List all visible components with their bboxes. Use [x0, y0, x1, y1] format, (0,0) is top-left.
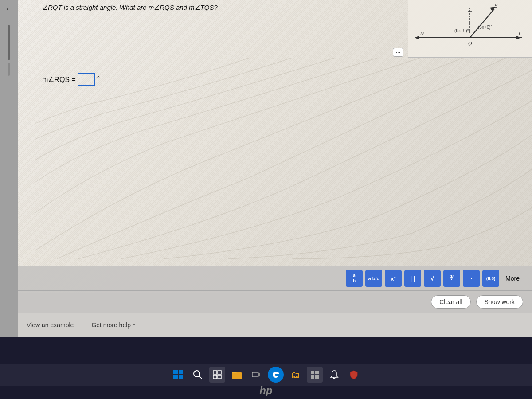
svg-text:Q: Q [468, 41, 472, 46]
taskbar: 🗂 hp [0, 337, 532, 399]
svg-rect-17 [173, 375, 178, 379]
view-example-link[interactable]: View an example [27, 321, 74, 329]
svg-rect-18 [179, 375, 183, 379]
fraction-button[interactable]: a b [346, 270, 363, 287]
svg-point-19 [194, 371, 200, 377]
question-text: ∠RQT is a straight angle. What are m∠RQS… [42, 4, 443, 12]
search-icon[interactable] [190, 367, 206, 383]
more-button[interactable]: More [502, 273, 523, 284]
background-curves: .curve { fill: none; stroke: rgba(160,15… [35, 58, 532, 259]
math-toolbar: a b a b/c xa | | √ ∛ · (0,0) [18, 266, 532, 290]
decimal-button[interactable]: · [463, 270, 480, 287]
svg-rect-25 [232, 372, 242, 379]
answer-label: m∠RQS = [42, 75, 76, 84]
svg-text:(6x+6)°: (6x+6)° [478, 25, 493, 30]
svg-rect-16 [179, 370, 183, 374]
notification-icon[interactable] [326, 367, 342, 383]
taskview-icon[interactable] [209, 367, 225, 383]
hp-logo: hp [259, 384, 272, 397]
clear-all-button[interactable]: Clear all [431, 295, 470, 309]
absolute-value-button[interactable]: | | [404, 270, 421, 287]
windows-icon[interactable] [170, 367, 186, 383]
svg-rect-31 [315, 375, 319, 379]
diagram-area: S R Q T (9x+9)° (6x+6)° [408, 0, 532, 58]
svg-text:S: S [494, 3, 498, 8]
camera-icon[interactable] [248, 367, 264, 383]
content-area: .curve { fill: none; stroke: rgba(160,15… [18, 0, 532, 293]
mixed-number-button[interactable]: a b/c [365, 270, 382, 287]
svg-marker-2 [415, 36, 419, 39]
taskbar-inner: 🗂 [0, 364, 532, 386]
help-bar: View an example Get more help ↑ [18, 313, 532, 337]
svg-rect-15 [173, 370, 178, 374]
svg-text:R: R [420, 31, 424, 36]
edge-icon[interactable] [268, 367, 284, 383]
sidebar-bar-2 [8, 63, 10, 76]
screen: ← .curve { fill: none; stroke: rgba(160,… [0, 0, 532, 337]
svg-rect-30 [311, 375, 314, 379]
left-sidebar: ← [0, 0, 18, 337]
sidebar-bar [8, 25, 10, 60]
back-arrow[interactable]: ← [5, 4, 13, 14]
ellipsis-button[interactable]: ··· [393, 48, 403, 57]
geometry-diagram: S R Q T (9x+9)° (6x+6)° [412, 2, 528, 55]
cube-root-button[interactable]: ∛ [443, 270, 460, 287]
svg-rect-28 [311, 371, 314, 374]
svg-line-20 [199, 376, 202, 379]
shield-icon[interactable] [346, 367, 362, 383]
svg-rect-26 [252, 372, 258, 377]
folder-icon[interactable]: 🗂 [287, 367, 303, 383]
svg-rect-22 [218, 371, 221, 374]
svg-rect-21 [213, 371, 217, 374]
coordinates-button[interactable]: (0,0) [482, 270, 499, 287]
exponent-button[interactable]: xa [385, 270, 402, 287]
degree-symbol: ° [97, 75, 100, 83]
get-more-help-link[interactable]: Get more help ↑ [91, 321, 136, 329]
svg-text:(9x+9)°: (9x+9)° [454, 28, 469, 33]
answer-area: m∠RQS = ° [42, 73, 100, 86]
show-work-button[interactable]: Show work [476, 295, 523, 309]
sqrt-button[interactable]: √ [424, 270, 441, 287]
svg-rect-23 [213, 375, 217, 379]
answer-input[interactable] [78, 73, 95, 86]
svg-rect-29 [315, 371, 319, 374]
svg-rect-24 [218, 375, 221, 379]
action-bar: Clear all Show work [18, 290, 532, 313]
svg-line-5 [470, 9, 494, 38]
settings-icon[interactable] [307, 367, 323, 383]
svg-text:T: T [518, 31, 521, 36]
separator-line [35, 58, 532, 58]
file-explorer-icon[interactable] [229, 367, 245, 383]
